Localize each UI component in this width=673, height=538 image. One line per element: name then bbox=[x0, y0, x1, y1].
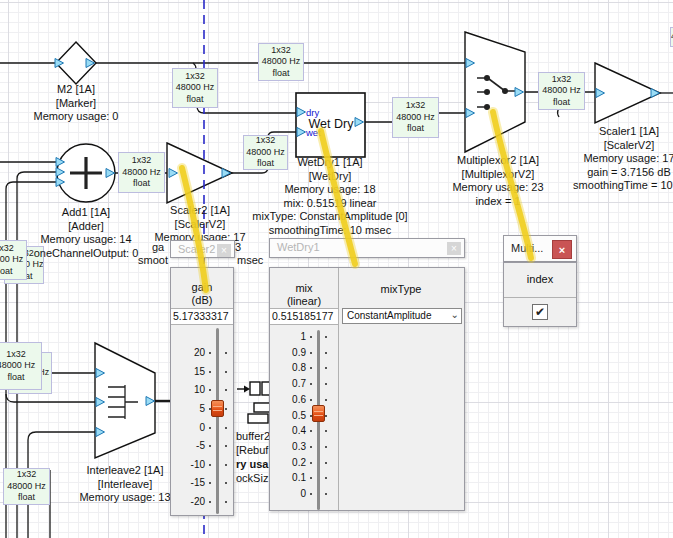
scaler2-gain-fragment-left: ga bbox=[152, 241, 164, 255]
scaler2-smoothing-fragment-right: msec bbox=[237, 254, 263, 268]
wetdry1-panel-titlebar[interactable]: WetDry1 × bbox=[269, 238, 465, 258]
slider-tick-dot bbox=[325, 367, 327, 369]
rebuffer-fragment-3: ry usa bbox=[236, 458, 268, 472]
slider-tick-dot bbox=[325, 462, 327, 464]
scaler2-gain-fragment-right: 3 bbox=[235, 241, 241, 255]
slider-tick-dot bbox=[325, 446, 327, 448]
slider-tick-label: 0.1 bbox=[292, 472, 306, 483]
slider-tick-dot bbox=[225, 427, 227, 429]
multiplexor-panel-title: Multi... bbox=[511, 242, 543, 254]
slider-tick-dot bbox=[310, 446, 312, 448]
slider-handle[interactable] bbox=[312, 405, 325, 422]
slider-tick-label: 10 bbox=[194, 384, 205, 395]
slider-tick-dot bbox=[209, 371, 211, 373]
slider-tick-dot bbox=[325, 493, 327, 495]
slider-tick-dot bbox=[209, 501, 211, 503]
slider-tick-label: 5 bbox=[199, 403, 205, 414]
signal-format-box: 1x3248000 Hzfloat bbox=[118, 152, 165, 193]
wetdry1-unit-label: (linear) bbox=[270, 295, 338, 308]
signal-format-box: 1x3248000 Hzfloat bbox=[392, 97, 439, 138]
slider-tick-label: -10 bbox=[191, 459, 205, 470]
slider-tick-dot bbox=[310, 383, 312, 385]
panel-row-divider bbox=[504, 297, 576, 298]
slider-tick-dot bbox=[209, 389, 211, 391]
slider-tick-label: 0.4 bbox=[292, 425, 306, 436]
slider-tick-dot bbox=[310, 493, 312, 495]
slider-tick-label: 0.6 bbox=[292, 394, 306, 405]
slider-tick-dot bbox=[225, 352, 227, 354]
mixtype-selected-value: ConstantAmplitude bbox=[347, 310, 432, 321]
slider-handle[interactable] bbox=[211, 400, 224, 417]
schematic-canvas: 1x3248000 Hzfloat 1x3248000 Hzfloat 1x32… bbox=[0, 0, 673, 538]
slider-tick-dot bbox=[310, 352, 312, 354]
slider-tick-label: 0.8 bbox=[292, 362, 306, 373]
slider-tick-dot bbox=[225, 445, 227, 447]
slider-tick-dot bbox=[325, 383, 327, 385]
slider-tick-label: -5 bbox=[196, 440, 205, 451]
index-checkbox[interactable]: ✔ bbox=[532, 304, 548, 320]
multiplexor2-annotation: Multiplexor2 [1A][MultiplexorV2]Memory u… bbox=[452, 154, 543, 208]
slider-tick-dot bbox=[225, 464, 227, 466]
slider-tick-dot bbox=[209, 445, 211, 447]
slider-tick-dot bbox=[310, 399, 312, 401]
slider-tick-label: 15 bbox=[194, 366, 205, 377]
chevron-down-icon: ⌄ bbox=[451, 308, 459, 322]
panel-column-divider bbox=[338, 268, 339, 510]
wetdry-dry-label: dry bbox=[306, 107, 319, 118]
scaler2-param-label: gain bbox=[171, 281, 233, 294]
scaler2-slider-track[interactable] bbox=[216, 328, 219, 514]
slider-tick-dot bbox=[209, 464, 211, 466]
slider-tick-label: -15 bbox=[191, 477, 205, 488]
signal-format-box: 1x3248000 Hzfloat bbox=[258, 43, 304, 81]
scaler2-smoothing-fragment-left: smoot bbox=[138, 254, 168, 268]
wetdry1-panel-title: WetDry1 bbox=[277, 241, 320, 253]
slider-tick-dot bbox=[209, 427, 211, 429]
slider-tick-dot bbox=[325, 336, 327, 338]
mixtype-column-label: mixType bbox=[338, 283, 464, 296]
wetdry1-panel[interactable]: mix (linear) mixType 0.515185177 Constan… bbox=[269, 267, 465, 511]
slider-tick-dot bbox=[310, 477, 312, 479]
slider-tick-dot bbox=[310, 462, 312, 464]
slider-tick-dot bbox=[325, 415, 327, 417]
scaler2-panel[interactable]: gain (dB) 5.17333317 20151050-5-10-15-20 bbox=[170, 267, 234, 516]
wetdry1-annotation: WetDry1 [1A][WetDry]Memory usage: 18mix:… bbox=[252, 156, 407, 237]
signal-format-box: 1x3248000 Hzfloat bbox=[3, 468, 50, 505]
interleave2-annotation: Interleave2 [1A][Interleave]Memory usage… bbox=[79, 464, 170, 505]
slider-tick-label: 20 bbox=[194, 347, 205, 358]
add1-annotation: Add1 [1A][Adder]Memory usage: 14oneChann… bbox=[34, 206, 139, 260]
wetdry1-panel-close-button[interactable]: × bbox=[447, 242, 461, 255]
multiplexor-panel-close-button[interactable]: × bbox=[552, 240, 572, 259]
wetdry1-param-label: mix bbox=[270, 282, 338, 295]
scaler2-annotation: Scaler2 [1A][ScalerV2]Memory usage: 17 bbox=[154, 204, 245, 245]
scaler2-value-field[interactable]: 5.17333317 bbox=[171, 308, 233, 325]
slider-tick-dot bbox=[325, 430, 327, 432]
slider-tick-label: 0.9 bbox=[292, 347, 306, 358]
wire-branch-interleave-in2 bbox=[6, 394, 96, 402]
scaler2-panel-close-button[interactable]: × bbox=[217, 244, 231, 257]
slider-tick-label: -20 bbox=[191, 496, 205, 507]
index-param-label: index bbox=[504, 273, 576, 286]
slider-tick-dot bbox=[225, 501, 227, 503]
slider-tick-label: 0.2 bbox=[292, 457, 306, 468]
signal-format-box: 1x3248000 Hzfloat bbox=[172, 68, 218, 108]
wetdry1-value-field[interactable]: 0.515185177 bbox=[270, 308, 338, 325]
multiplexor-panel[interactable]: index ✔ bbox=[503, 262, 577, 327]
slider-tick-dot bbox=[310, 336, 312, 338]
slider-tick-label: 0 bbox=[300, 488, 306, 499]
slider-tick-dot bbox=[225, 389, 227, 391]
scaler2-unit-label: (dB) bbox=[171, 294, 233, 307]
multiplexor-panel-titlebar[interactable]: Multi... × bbox=[503, 235, 577, 262]
scaler1-annotation: Scaler1 [1A][ScalerV2]Memory usage: 17ga… bbox=[573, 125, 673, 193]
signal-format-box: 1x3248000 Hzfloat bbox=[0, 240, 27, 280]
scaler1-output-port[interactable] bbox=[651, 89, 660, 98]
mixtype-dropdown[interactable]: ConstantAmplitude ⌄ bbox=[342, 308, 462, 324]
slider-tick-dot bbox=[325, 399, 327, 401]
slider-tick-dot bbox=[225, 408, 227, 410]
slider-tick-label: 0.5 bbox=[292, 410, 306, 421]
slider-tick-dot bbox=[310, 430, 312, 432]
slider-tick-dot bbox=[225, 371, 227, 373]
signal-format-box: 1x3248000 Hzfloat bbox=[0, 342, 42, 390]
scaler2-panel-titlebar[interactable]: Scaler2 × bbox=[170, 240, 235, 258]
m2-annotation: M2 [1A][Marker]Memory usage: 0 bbox=[34, 83, 119, 124]
rebuffer-fragment-4: ockSiz bbox=[236, 472, 268, 486]
